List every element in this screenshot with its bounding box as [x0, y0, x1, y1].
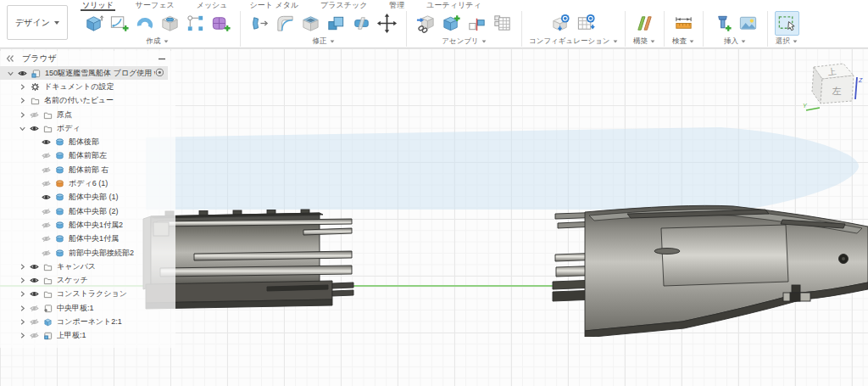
browser-item-named-views[interactable]: 名前の付いたビュー [0, 94, 168, 108]
joint-icon[interactable] [465, 11, 489, 36]
collapse-panel-icon[interactable] [5, 53, 15, 64]
expand-toggle[interactable] [17, 289, 28, 299]
eye-visible-icon[interactable] [42, 193, 51, 202]
activate-component-radio[interactable] [155, 68, 164, 77]
chevron-right-icon[interactable] [18, 317, 27, 327]
group-label-select[interactable]: 選択 [776, 36, 798, 47]
group-label-configure[interactable]: コンフィギュレーション [529, 36, 618, 47]
visibility-toggle[interactable] [28, 109, 41, 120]
eye-visible-icon[interactable] [18, 69, 27, 78]
chevron-right-icon[interactable] [18, 276, 27, 285]
browser-item-hull-fore-left[interactable]: 船体前部左 [0, 149, 168, 163]
visibility-toggle[interactable] [16, 68, 29, 78]
hole-icon[interactable] [158, 11, 182, 36]
visibility-toggle[interactable] [28, 261, 41, 271]
browser-item-document-settings[interactable]: ドキュメントの設定 [0, 80, 168, 93]
activate-component-radio[interactable] [155, 68, 164, 78]
browser-item-hull-mid-attach2[interactable]: 船体中央1付属2 [0, 218, 168, 232]
chevron-right-icon[interactable] [18, 110, 27, 120]
eye-hidden-icon[interactable] [42, 151, 51, 160]
browser-item-canvases[interactable]: キャンバス [0, 260, 168, 273]
eye-hidden-icon[interactable] [42, 234, 51, 243]
visibility-toggle[interactable] [28, 289, 41, 299]
sketch-icon[interactable] [107, 11, 131, 36]
browser-item-hull-mid-attach[interactable]: 船体中央1付属 [0, 232, 168, 246]
tab-plastic[interactable]: プラスチック [320, 0, 367, 11]
eye-hidden-icon[interactable] [42, 179, 51, 188]
expand-toggle[interactable] [17, 96, 28, 106]
group-label-modify[interactable]: 修正 [313, 36, 335, 47]
pattern-icon[interactable] [183, 11, 208, 36]
chevron-down-icon[interactable] [18, 124, 27, 133]
chevron-right-icon[interactable] [18, 289, 27, 299]
browser-item-hull-mid-1[interactable]: 船体中央部 (1) [0, 191, 168, 204]
browser-item-upper-deck[interactable]: 上甲板:1 [0, 329, 168, 343]
eye-hidden-icon[interactable] [42, 249, 51, 258]
chevron-right-icon[interactable] [18, 262, 27, 271]
combine-icon[interactable] [324, 11, 348, 36]
tab-manage[interactable]: 管理 [389, 0, 404, 11]
canvas-hull-profile[interactable] [146, 127, 859, 210]
tab-sheetmetal[interactable]: シート メタル [250, 0, 299, 11]
chevron-right-icon[interactable] [18, 304, 27, 313]
visibility-toggle[interactable] [40, 220, 53, 230]
viewport-canvas[interactable]: 上 左 Y Z ブラウザ 150駆逐艦雪風船体 ブログ使用 v4...ドキュメン… [0, 48, 868, 386]
visibility-toggle[interactable] [28, 276, 41, 286]
eye-visible-icon[interactable] [30, 289, 39, 299]
visibility-toggle[interactable] [40, 234, 53, 244]
tab-solid[interactable]: ソリッド [82, 0, 114, 11]
visibility-toggle[interactable] [28, 331, 41, 341]
press-pull-icon[interactable] [248, 11, 272, 36]
chevron-right-icon[interactable] [18, 82, 27, 92]
workspace-switcher[interactable]: デザイン [7, 5, 68, 40]
group-label-inspect[interactable]: 検査 [672, 36, 694, 47]
expand-toggle[interactable] [17, 109, 28, 120]
visibility-toggle[interactable] [40, 179, 53, 189]
browser-item-component2[interactable]: コンポーネント2:1 [0, 315, 168, 328]
expand-toggle[interactable] [17, 303, 28, 313]
visibility-toggle[interactable] [40, 151, 53, 161]
split-body-icon[interactable] [349, 11, 374, 36]
browser-item-body6[interactable]: ボディ6 (1) [0, 176, 168, 190]
eye-visible-icon[interactable] [30, 124, 39, 133]
view-cube[interactable]: 上 左 Y Z [801, 53, 865, 115]
select-window-icon[interactable] [775, 11, 799, 36]
visibility-toggle[interactable] [40, 137, 53, 148]
extrude-icon[interactable] [81, 11, 106, 36]
eye-hidden-icon[interactable] [42, 165, 51, 175]
form-icon[interactable] [209, 11, 233, 36]
hull-bow-section-model[interactable] [547, 201, 868, 337]
expand-toggle[interactable] [17, 123, 28, 133]
eye-hidden-icon[interactable] [30, 317, 39, 327]
viewcube-front-label[interactable]: 左 [832, 86, 842, 96]
chevron-right-icon[interactable] [18, 96, 27, 105]
visibility-toggle[interactable] [28, 123, 41, 133]
insert-derive-icon[interactable] [414, 11, 438, 36]
minimize-panel-icon[interactable] [157, 53, 167, 64]
eye-visible-icon[interactable] [30, 276, 39, 285]
expand-toggle[interactable] [5, 68, 16, 78]
browser-item-center-deck[interactable]: 中央甲板:1 [0, 301, 168, 315]
eye-visible-icon[interactable] [30, 262, 39, 271]
tab-surface[interactable]: サーフェス [136, 0, 175, 11]
browser-item-hull-mid-2[interactable]: 船体中央部 (2) [0, 204, 168, 218]
construct-plane-icon[interactable] [632, 11, 657, 36]
eye-visible-icon[interactable] [42, 137, 51, 147]
browser-item-bodies[interactable]: ボディ [0, 121, 168, 135]
revolve-icon[interactable] [132, 11, 157, 36]
config-part-icon[interactable] [548, 11, 573, 36]
eye-hidden-icon[interactable] [30, 110, 39, 120]
move-icon[interactable] [375, 11, 399, 36]
visibility-toggle[interactable] [40, 165, 53, 175]
visibility-toggle[interactable] [28, 316, 41, 327]
browser-item-construction[interactable]: コンストラクション [0, 288, 168, 301]
new-component-icon[interactable] [439, 11, 464, 36]
viewcube-top-label[interactable]: 上 [826, 66, 837, 76]
shell-icon[interactable] [298, 11, 323, 36]
expand-toggle[interactable] [17, 81, 28, 92]
eye-hidden-icon[interactable] [30, 304, 39, 313]
expand-toggle[interactable] [17, 316, 28, 327]
tab-utilities[interactable]: ユーティリティ [426, 0, 481, 11]
insert-canvas-icon[interactable] [736, 11, 760, 36]
visibility-toggle[interactable] [40, 206, 53, 216]
